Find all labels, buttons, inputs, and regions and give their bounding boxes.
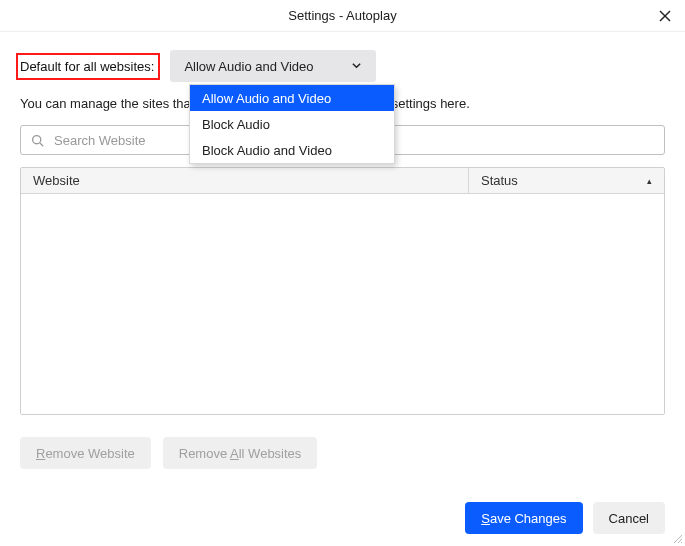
svg-line-4 [674, 535, 682, 543]
default-setting-row: Default for all websites: Allow Audio an… [20, 50, 665, 82]
table-body [21, 194, 664, 414]
autoplay-dropdown-menu: Allow Audio and Video Block Audio Block … [189, 84, 395, 164]
column-header-website[interactable]: Website [21, 168, 469, 193]
svg-point-2 [33, 135, 41, 143]
svg-line-3 [40, 142, 43, 145]
highlight-box: Default for all websites: [16, 53, 160, 80]
button-text: ll Websites [239, 446, 302, 461]
search-icon [31, 134, 44, 147]
close-icon [659, 10, 671, 22]
dialog-footer: Save Changes Cancel [465, 502, 665, 534]
chevron-down-icon [351, 59, 362, 74]
exceptions-table: Website Status ▴ [20, 167, 665, 415]
button-text: emove Website [45, 446, 134, 461]
dropdown-option-block-av[interactable]: Block Audio and Video [190, 137, 394, 163]
mnemonic: R [36, 446, 45, 461]
close-button[interactable] [655, 6, 675, 26]
button-text: ave Changes [490, 511, 567, 526]
mnemonic: S [481, 511, 490, 526]
default-label: Default for all websites: [20, 59, 154, 74]
title-bar: Settings - Autoplay [0, 0, 685, 32]
content-area: Default for all websites: Allow Audio an… [0, 32, 685, 469]
remove-website-button[interactable]: Remove Website [20, 437, 151, 469]
button-text-prefix: Remove [179, 446, 230, 461]
resize-grip[interactable] [671, 532, 683, 544]
remove-all-websites-button[interactable]: Remove All Websites [163, 437, 318, 469]
table-header: Website Status ▴ [21, 168, 664, 194]
column-header-status[interactable]: Status ▴ [469, 168, 664, 193]
remove-buttons-row: Remove Website Remove All Websites [20, 437, 665, 469]
save-changes-button[interactable]: Save Changes [465, 502, 582, 534]
window-title: Settings - Autoplay [288, 8, 396, 23]
autoplay-default-dropdown[interactable]: Allow Audio and Video [170, 50, 376, 82]
dropdown-option-allow-av[interactable]: Allow Audio and Video [190, 85, 394, 111]
sort-indicator-icon: ▴ [647, 176, 652, 186]
dropdown-selected-text: Allow Audio and Video [184, 59, 313, 74]
column-header-website-label: Website [33, 173, 80, 188]
column-header-status-label: Status [481, 173, 518, 188]
svg-line-6 [681, 542, 682, 543]
dropdown-option-block-audio[interactable]: Block Audio [190, 111, 394, 137]
mnemonic: A [230, 446, 239, 461]
cancel-button[interactable]: Cancel [593, 502, 665, 534]
